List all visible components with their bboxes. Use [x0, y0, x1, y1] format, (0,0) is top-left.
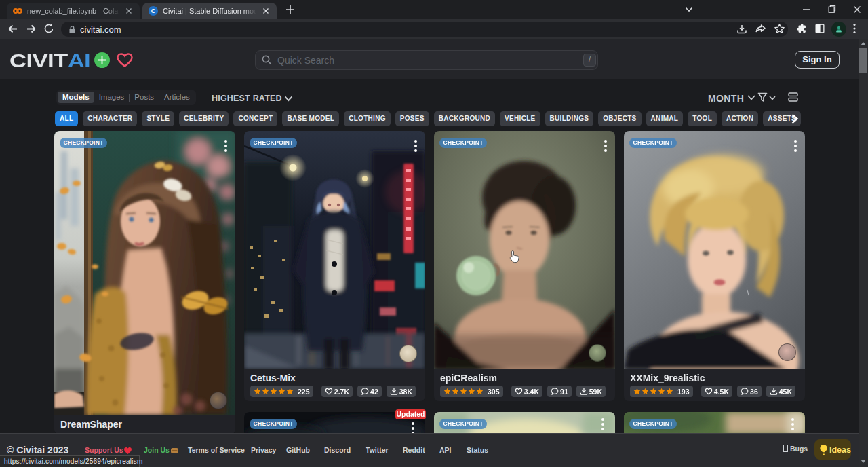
- svg-text:C: C: [151, 7, 156, 14]
